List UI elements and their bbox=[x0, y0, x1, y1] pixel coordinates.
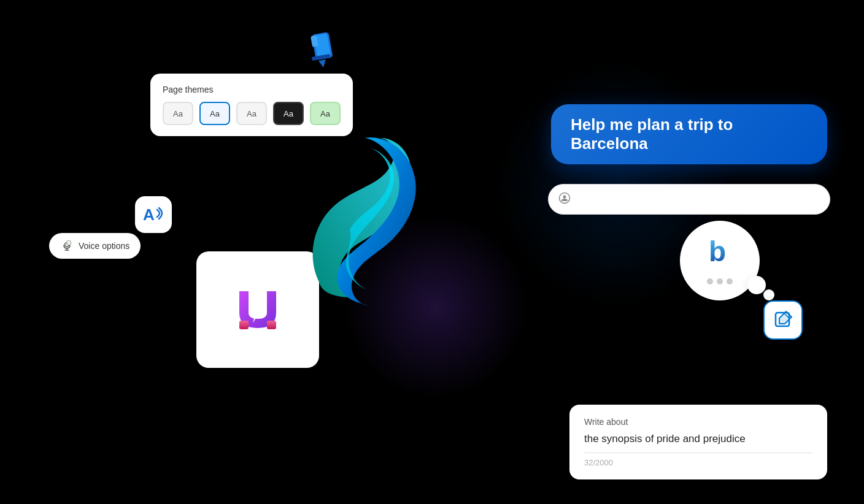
voice-options-badge[interactable]: ♪ Voice options bbox=[49, 233, 141, 259]
bing-typing-dots bbox=[707, 278, 733, 284]
theme-option-dark[interactable]: Aa bbox=[273, 102, 304, 125]
theme-option-light1[interactable]: Aa bbox=[163, 102, 193, 125]
chat-bubble-barcelona: Help me plan a trip to Barcelona bbox=[551, 104, 827, 164]
svg-point-14 bbox=[563, 195, 566, 198]
write-about-card: Write about the synopsis of pride and pr… bbox=[569, 405, 827, 479]
bing-bubble-container: b bbox=[680, 221, 760, 300]
bing-logo-container: b bbox=[705, 237, 735, 266]
font-badge-letter: A bbox=[142, 202, 165, 228]
theme-option-green[interactable]: Aa bbox=[310, 102, 341, 125]
write-about-input[interactable]: the synopsis of pride and prejudice bbox=[584, 433, 812, 445]
small-bubble-1 bbox=[747, 276, 766, 294]
copilot-logo bbox=[295, 135, 430, 307]
page-themes-card: Page themes Aa Aa Aa Aa Aa bbox=[150, 74, 353, 136]
bing-dot-3 bbox=[727, 278, 733, 284]
bing-dot-1 bbox=[707, 278, 713, 284]
svg-text:A: A bbox=[143, 205, 155, 224]
svg-text:b: b bbox=[709, 237, 726, 266]
svg-rect-11 bbox=[239, 321, 249, 329]
svg-marker-3 bbox=[318, 59, 327, 68]
pen-icon bbox=[307, 29, 339, 69]
voice-options-label: Voice options bbox=[79, 241, 129, 251]
svg-rect-12 bbox=[267, 321, 276, 329]
chat-input-bar[interactable] bbox=[548, 184, 830, 215]
theme-options-container: Aa Aa Aa Aa Aa bbox=[163, 102, 341, 125]
bing-dot-2 bbox=[717, 278, 723, 284]
page-themes-title: Page themes bbox=[163, 85, 341, 94]
theme-option-medium[interactable]: Aa bbox=[236, 102, 267, 125]
write-about-label: Write about bbox=[584, 417, 812, 427]
small-bubble-2 bbox=[763, 289, 774, 300]
edit-icon-card[interactable] bbox=[763, 300, 803, 340]
theme-option-light2-selected[interactable]: Aa bbox=[199, 102, 230, 125]
font-badge[interactable]: A bbox=[135, 196, 172, 233]
chat-barcelona-text: Help me plan a trip to Barcelona bbox=[571, 115, 733, 153]
microphone-icon: ♪ bbox=[60, 239, 74, 253]
write-about-counter: 32/2000 bbox=[584, 458, 812, 467]
write-about-divider bbox=[584, 452, 812, 453]
chat-icon bbox=[558, 192, 571, 207]
